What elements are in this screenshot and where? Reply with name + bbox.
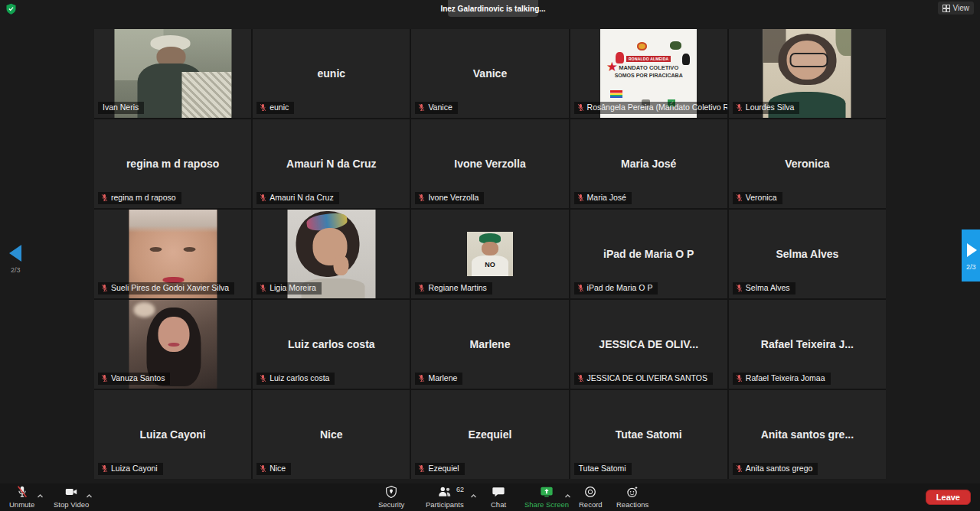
poster-line2: SOMOS POR PIRACICABA	[600, 73, 697, 78]
participant-name-label: regina m d raposo	[98, 192, 181, 204]
participant-tile[interactable]: Anita santos gre... Anita santos grego	[729, 390, 886, 479]
participant-tile[interactable]: Rafael Teixeira J... Rafael Teixeira Jom…	[729, 300, 886, 389]
record-label: Record	[579, 500, 603, 509]
participant-name-label: Marlene	[415, 373, 462, 385]
leave-button[interactable]: Leave	[926, 490, 971, 505]
participant-tile[interactable]: Ligia Moreira	[253, 210, 410, 298]
participant-name: Selma Alves	[746, 283, 790, 293]
unmute-options-chevron[interactable]	[37, 488, 44, 493]
participant-tile[interactable]: Amauri N da Cruz Amauri N da Cruz	[253, 119, 410, 208]
participant-name: Ligia Moreira	[270, 283, 316, 293]
participant-name-label: Amauri N da Cruz	[256, 192, 338, 204]
participant-tile[interactable]: regina m d raposo regina m d raposo	[94, 119, 251, 208]
participant-tile[interactable]: iPad de Maria O P iPad de Maria O P	[570, 210, 727, 298]
participants-options-chevron[interactable]	[470, 488, 477, 493]
unmute-button[interactable]: Unmute	[9, 485, 34, 509]
participant-tile[interactable]: Maria José Maria José	[570, 119, 727, 208]
participant-name: Rafael Teixeira Jomaa	[746, 373, 825, 383]
prev-page-button[interactable]: 2/3	[6, 243, 34, 278]
participant-name-label: JESSICA DE OLIVEIRA SANTOS	[574, 373, 713, 385]
participant-name-label: Rafael Teixeira Jomaa	[733, 373, 831, 385]
muted-mic-icon	[735, 374, 743, 382]
participant-display-name: Marlene	[470, 338, 511, 350]
participant-tile[interactable]: NO Regiane Martins	[411, 210, 568, 298]
chat-bubble-icon	[492, 485, 505, 499]
participant-tile[interactable]: ★ RONALDO ALMEIDA MANDATO COLETIVO SOMOS…	[570, 29, 727, 118]
participant-name: Sueli Pires de Godoi Xavier Silva	[111, 283, 229, 293]
participant-tile[interactable]: Sueli Pires de Godoi Xavier Silva	[94, 210, 251, 298]
participant-tile[interactable]: JESSICA DE OLIV... JESSICA DE OLIVEIRA S…	[570, 300, 727, 389]
participant-tile[interactable]: Vanuza Santos	[94, 300, 251, 389]
participant-name-label: Ezequiel	[415, 463, 464, 475]
participant-name-label: Regiane Martins	[415, 282, 492, 295]
participant-name: iPad de Maria O P	[587, 283, 653, 293]
encryption-shield-icon	[5, 3, 17, 15]
participant-name: JESSICA DE OLIVEIRA SANTOS	[587, 373, 707, 383]
participant-name-label: Ligia Moreira	[256, 282, 322, 295]
participant-name-label: Vanice	[415, 102, 457, 114]
muted-mic-icon	[735, 464, 743, 473]
stop-video-button[interactable]: Stop Video	[54, 485, 89, 509]
participant-tile[interactable]: Selma Alves Selma Alves	[729, 210, 886, 298]
participant-name: Nice	[270, 464, 286, 474]
view-button[interactable]: View	[938, 2, 975, 15]
participant-tile[interactable]: Tutae Satomi Tutae Satomi	[570, 390, 727, 479]
participant-tile[interactable]: Vanice Vanice	[411, 29, 568, 118]
participant-tile[interactable]: Luiza Cayoni Luiza Cayoni	[94, 390, 251, 479]
muted-mic-icon	[259, 284, 267, 292]
video-options-chevron[interactable]	[86, 488, 93, 493]
share-options-chevron[interactable]	[564, 488, 571, 493]
muted-mic-icon	[417, 103, 426, 112]
participant-tile[interactable]: Marlene Marlene	[411, 300, 568, 389]
participant-display-name: Luiza Cayoni	[139, 428, 205, 441]
security-button[interactable]: Security	[378, 485, 404, 509]
participant-display-name: Nice	[320, 428, 343, 441]
participant-tile[interactable]: Ivan Neris	[94, 29, 251, 118]
participant-name-label: Rosângela Pereira (Mandato Coletivo Rona…	[574, 102, 727, 114]
share-screen-button[interactable]: Share Screen	[524, 485, 569, 509]
participants-count: 62	[456, 486, 464, 493]
share-screen-icon	[540, 485, 554, 499]
participant-name: Tutae Satomi	[579, 464, 626, 474]
muted-mic-icon	[259, 374, 267, 382]
participant-tile[interactable]: Nice Nice	[253, 390, 410, 479]
participant-name-label: Maria José	[574, 192, 632, 204]
record-button[interactable]: Record	[579, 485, 603, 509]
participant-tile[interactable]: Veronica Veronica	[729, 119, 886, 208]
participant-display-name: Maria José	[621, 158, 676, 170]
muted-mic-icon	[100, 194, 109, 202]
rainbow-flag-icon	[610, 90, 622, 98]
participant-name: Anita santos grego	[746, 464, 813, 474]
participant-tile[interactable]: Lourdes Silva	[729, 29, 886, 118]
muted-mic-icon	[417, 374, 426, 382]
participant-name: Veronica	[746, 193, 777, 203]
participant-display-name: Anita santos gre...	[761, 428, 854, 441]
participant-display-name: Tutae Satomi	[616, 428, 682, 441]
muted-mic-icon	[577, 284, 585, 292]
muted-mic-icon	[577, 194, 585, 202]
next-page-button[interactable]: 2/3	[962, 229, 980, 282]
participant-tile[interactable]: Luiz carlos costa Luiz carlos costa	[253, 300, 410, 389]
shield-icon	[384, 485, 398, 499]
participant-name: eunic	[270, 103, 289, 112]
participant-name-label: Sueli Pires de Godoi Xavier Silva	[98, 282, 234, 295]
chevron-left-icon	[9, 245, 21, 262]
chat-button[interactable]: Chat	[491, 485, 506, 509]
reactions-button[interactable]: Reactions	[616, 485, 648, 509]
reactions-label: Reactions	[616, 500, 648, 509]
muted-mic-icon	[259, 103, 267, 112]
participant-display-name: regina m d raposo	[126, 158, 219, 170]
participants-icon	[436, 485, 453, 499]
participant-name-label: Selma Alves	[733, 282, 795, 295]
muted-mic-icon	[735, 103, 743, 112]
participant-display-name: Veronica	[785, 158, 829, 170]
participant-display-name: eunic	[317, 67, 345, 80]
muted-mic-icon	[577, 103, 585, 112]
participant-tile[interactable]: Ezequiel Ezequiel	[411, 390, 568, 479]
reactions-emoji-icon	[626, 485, 639, 499]
participant-tile[interactable]: Ivone Verzolla Ivone Verzolla	[411, 119, 568, 208]
participant-name: Rosângela Pereira (Mandato Coletivo Rona…	[587, 103, 727, 112]
participant-tile[interactable]: eunic eunic	[253, 29, 410, 118]
page-indicator: 2/3	[966, 263, 976, 271]
participant-display-name: iPad de Maria O P	[603, 248, 694, 260]
